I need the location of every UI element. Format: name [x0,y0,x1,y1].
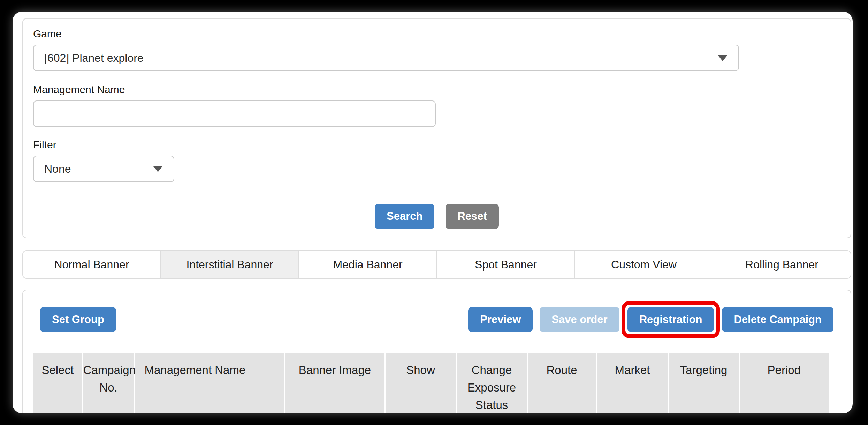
header-market: Market [596,353,668,413]
campaign-list-card: Set Group Preview Save order Registratio… [22,290,851,413]
header-period: Period [739,353,829,413]
chevron-down-icon [153,166,162,172]
main-panel: Game [602] Planet explore Management Nam… [13,12,853,413]
campaign-toolbar: Set Group Preview Save order Registratio… [23,307,851,332]
registration-highlight-ring: Registration [622,301,720,338]
header-change-exposure-status: Change Exposure Status [456,353,527,413]
header-show: Show [385,353,456,413]
search-filter-card: Game [602] Planet explore Management Nam… [22,18,851,238]
header-banner-image: Banner Image [285,353,385,413]
save-order-button[interactable]: Save order [540,307,619,332]
chevron-down-icon [718,55,727,61]
tab-interstitial-banner[interactable]: Interstitial Banner [160,251,298,278]
campaign-table: Select Campaign No. Management Name Bann… [33,353,829,413]
game-select-value: [602] Planet explore [44,52,144,65]
banner-type-tabbar: Normal Banner Interstitial Banner Media … [22,250,851,279]
tab-normal-banner[interactable]: Normal Banner [23,251,160,278]
set-group-button[interactable]: Set Group [40,307,116,332]
reset-button[interactable]: Reset [446,204,498,229]
tab-media-banner[interactable]: Media Banner [298,251,436,278]
page-background: Game [602] Planet explore Management Nam… [0,0,868,425]
preview-button[interactable]: Preview [468,307,533,332]
game-label: Game [33,28,840,40]
delete-campaign-button[interactable]: Delete Campaign [722,307,833,332]
toolbar-right-group: Preview Save order Registration Delete C… [468,307,833,332]
filter-select-value: None [44,163,71,176]
tab-spot-banner[interactable]: Spot Banner [436,251,574,278]
header-campaign-no: Campaign No. [83,353,134,413]
search-button[interactable]: Search [375,204,434,229]
management-name-input[interactable] [44,101,425,126]
game-select[interactable]: [602] Planet explore [33,45,739,71]
header-management-name: Management Name [134,353,285,413]
registration-button[interactable]: Registration [627,307,714,332]
form-actions: Search Reset [33,193,840,229]
tab-rolling-banner[interactable]: Rolling Banner [713,251,851,278]
header-targeting: Targeting [668,353,739,413]
tab-custom-view[interactable]: Custom View [574,251,713,278]
management-name-field-wrap [33,100,436,127]
management-name-label: Management Name [33,84,840,96]
header-route: Route [527,353,596,413]
filter-label: Filter [33,139,840,151]
table-header-row: Select Campaign No. Management Name Bann… [33,353,829,413]
header-select: Select [33,353,83,413]
filter-select[interactable]: None [33,156,174,182]
